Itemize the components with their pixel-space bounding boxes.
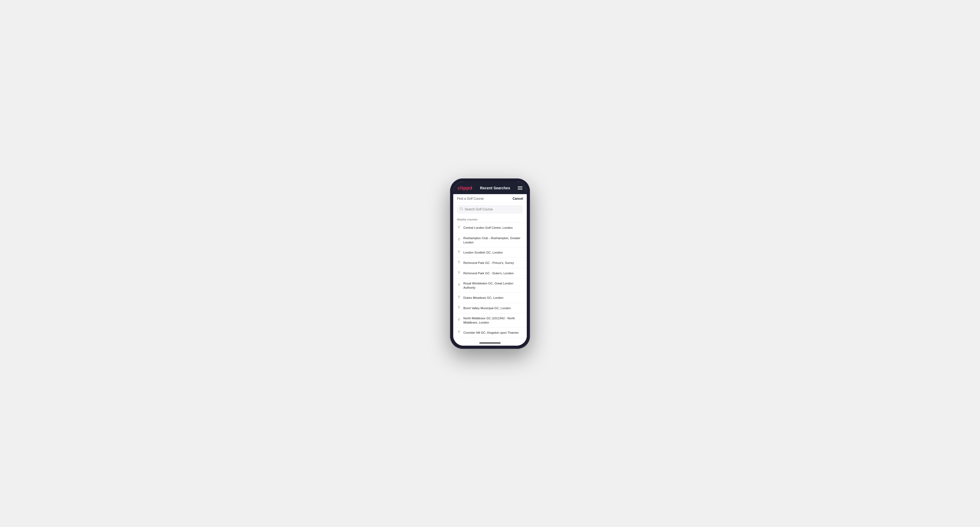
cancel-button[interactable]: Cancel: [513, 197, 523, 200]
search-icon: [460, 207, 463, 212]
menu-icon[interactable]: [518, 186, 522, 190]
svg-point-11: [458, 331, 459, 332]
course-name: Dukes Meadows GC, London: [463, 295, 503, 300]
course-name: Brent Valley Municipal GC, London: [463, 306, 511, 310]
content-area: Find a Golf Course Cancel Nearby: [453, 194, 527, 346]
svg-point-6: [458, 271, 459, 272]
location-pin-icon: [457, 225, 461, 230]
location-pin-icon: [457, 260, 461, 265]
svg-point-2: [458, 226, 459, 227]
app-logo: clippd: [458, 185, 473, 191]
home-bar: [479, 343, 501, 343]
svg-point-4: [458, 251, 459, 251]
phone-screen: clippd Recent Searches Find a Golf Cours…: [453, 182, 527, 346]
location-pin-icon: [457, 295, 461, 300]
svg-point-7: [458, 284, 459, 284]
course-name: North Middlesex GC (1011942 - North Midd…: [463, 316, 523, 325]
course-name: Richmond Park GC - Duke's, London: [463, 271, 514, 275]
location-pin-icon: [457, 330, 461, 335]
nearby-header: Nearby courses: [453, 216, 527, 223]
course-name: Central London Golf Centre, London: [463, 225, 513, 230]
course-name: Roehampton Club - Roehampton, Greater Lo…: [463, 236, 523, 244]
location-pin-icon: [457, 250, 461, 255]
find-bar: Find a Golf Course Cancel: [453, 194, 527, 203]
location-pin-icon: [457, 318, 461, 323]
app-header: clippd Recent Searches: [453, 182, 527, 194]
svg-point-8: [458, 296, 459, 297]
course-list-item[interactable]: Dukes Meadows GC, London: [453, 293, 527, 303]
home-indicator: [453, 340, 527, 346]
course-list: Central London Golf Centre, London Roeha…: [453, 223, 527, 338]
location-pin-icon: [457, 306, 461, 311]
location-pin-icon: [457, 283, 461, 288]
find-label: Find a Golf Course: [457, 197, 484, 200]
course-list-item[interactable]: Roehampton Club - Roehampton, Greater Lo…: [453, 233, 527, 248]
phone-device: clippd Recent Searches Find a Golf Cours…: [450, 178, 530, 349]
course-list-item[interactable]: Richmond Park GC - Prince's, Surrey: [453, 258, 527, 268]
course-list-item[interactable]: Coombe Hill GC, Kingston upon Thames: [453, 327, 527, 338]
svg-point-0: [460, 208, 463, 210]
location-pin-icon: [457, 238, 461, 243]
course-list-item[interactable]: Central London Golf Centre, London: [453, 223, 527, 233]
nearby-section: Nearby courses Central London Golf Centr…: [453, 216, 527, 340]
course-name: Royal Wimbledon GC, Great London Authori…: [463, 281, 523, 290]
course-list-item[interactable]: Royal Wimbledon GC, Great London Authori…: [453, 279, 527, 293]
course-list-item[interactable]: Richmond Park GC - Duke's, London: [453, 268, 527, 279]
course-name: Richmond Park GC - Prince's, Surrey: [463, 261, 514, 265]
svg-point-10: [458, 319, 459, 319]
search-box: [457, 205, 523, 214]
svg-point-3: [458, 239, 459, 239]
course-list-item[interactable]: North Middlesex GC (1011942 - North Midd…: [453, 313, 527, 327]
svg-line-1: [462, 210, 463, 210]
course-list-item[interactable]: Brent Valley Municipal GC, London: [453, 303, 527, 313]
location-pin-icon: [457, 271, 461, 276]
search-container: [453, 203, 527, 216]
svg-point-5: [458, 261, 459, 262]
course-name: London Scottish GC, London: [463, 250, 503, 255]
svg-point-9: [458, 306, 459, 307]
course-name: Coombe Hill GC, Kingston upon Thames: [463, 330, 519, 335]
header-title: Recent Searches: [480, 186, 510, 190]
search-input[interactable]: [465, 208, 520, 211]
course-list-item[interactable]: London Scottish GC, London: [453, 248, 527, 258]
